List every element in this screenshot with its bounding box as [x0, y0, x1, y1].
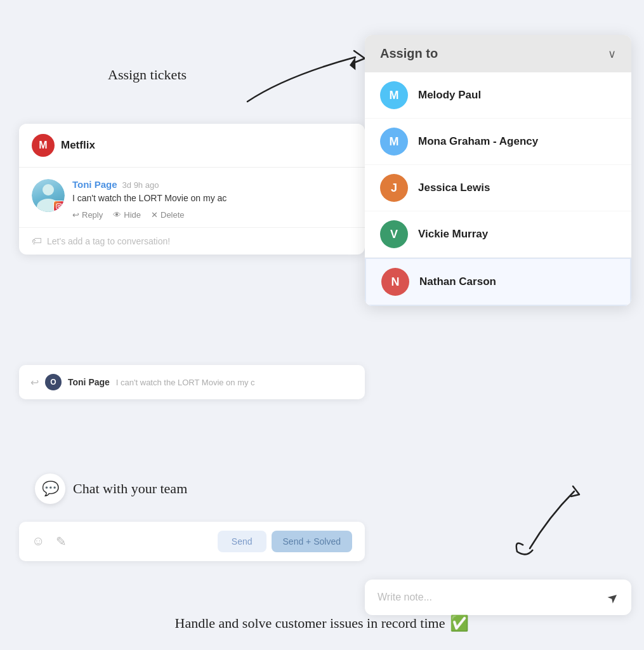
- assign-item-jessica[interactable]: J Jessica Lewis: [365, 165, 631, 211]
- hide-label: Hide: [124, 210, 141, 220]
- reply-arrow-icon: ↩: [30, 376, 39, 388]
- message-area: Toni Page 3d 9h ago I can't watch the LO…: [19, 168, 365, 227]
- assign-item-vickie[interactable]: V Vickie Murray: [365, 211, 631, 258]
- bottom-annotation: Handle and solve customer issues in reco…: [175, 614, 470, 632]
- jessica-name: Jessica Lewis: [418, 182, 490, 194]
- svg-rect-1: [56, 204, 62, 209]
- reply-icon: ↩: [72, 210, 79, 220]
- vickie-name: Vickie Murray: [418, 228, 488, 241]
- company-avatar: M: [32, 134, 55, 157]
- chat-bubble-icon: 💬: [35, 474, 65, 504]
- scene: Assign tickets M Metflix: [0, 0, 644, 650]
- nathan-avatar: N: [381, 268, 409, 296]
- assign-item-melody[interactable]: M Melody Paul: [365, 72, 631, 119]
- mona-name: Mona Graham - Agency: [418, 135, 538, 148]
- reply-preview: I can't watch the LORT Movie on my c: [116, 378, 353, 387]
- melody-avatar: M: [380, 81, 408, 109]
- assign-arrow: [197, 38, 368, 121]
- chat-annotation: Chat with your team: [73, 481, 187, 497]
- assign-list: M Melody Paul M Mona Graham - Agency J J…: [365, 72, 631, 306]
- assign-title: Assign to: [380, 46, 438, 61]
- assign-tickets-annotation: Assign tickets: [108, 67, 187, 83]
- toolbar-icons: ☺ ✎: [32, 534, 218, 549]
- reply-avatar: O: [45, 374, 62, 390]
- assign-item-nathan[interactable]: N Nathan Carson: [365, 258, 631, 306]
- nathan-name: Nathan Carson: [419, 275, 496, 288]
- assign-chevron-icon[interactable]: ∨: [608, 47, 616, 61]
- tag-icon: 🏷: [32, 235, 42, 247]
- message-actions: ↩ Reply 👁 Hide ✕ Delete: [72, 210, 352, 220]
- hide-button[interactable]: 👁 Hide: [113, 210, 141, 220]
- edit-icon[interactable]: ✎: [56, 534, 67, 549]
- delete-label: Delete: [161, 210, 185, 220]
- message-row: Toni Page 3d 9h ago I can't watch the LO…: [32, 179, 352, 220]
- handle-solve-text: Handle and solve customer issues in reco…: [175, 615, 445, 632]
- reply-label: Reply: [82, 210, 103, 220]
- assign-header: Assign to ∨: [365, 35, 631, 72]
- assign-item-mona[interactable]: M Mona Graham - Agency: [365, 119, 631, 165]
- message-time: 3d 9h ago: [122, 180, 159, 190]
- delete-button[interactable]: ✕ Delete: [151, 210, 185, 220]
- user-avatar: [32, 179, 65, 212]
- bottom-toolbar: ☺ ✎ Send Send + Solved: [19, 522, 365, 561]
- svg-marker-0: [348, 57, 358, 71]
- tag-row[interactable]: 🏷 Let's add a tag to conversation!: [19, 227, 365, 255]
- assign-dropdown: Assign to ∨ M Melody Paul M Mona Graham …: [365, 35, 631, 306]
- message-content: Toni Page 3d 9h ago I can't watch the LO…: [72, 179, 352, 220]
- send-button[interactable]: Send: [218, 531, 266, 552]
- note-placeholder[interactable]: Write note...: [378, 592, 601, 603]
- company-initial: M: [39, 140, 47, 151]
- message-text: I can't watch the LORT Movie on my ac: [72, 192, 352, 205]
- instagram-badge: [53, 201, 65, 212]
- svg-point-2: [58, 205, 60, 207]
- note-send-icon[interactable]: ➤: [604, 588, 622, 606]
- delete-icon: ✕: [151, 210, 158, 220]
- note-area: Write note... ➤: [365, 580, 631, 615]
- tag-placeholder: Let's add a tag to conversation!: [47, 236, 170, 246]
- message-meta: Toni Page 3d 9h ago: [72, 179, 352, 190]
- chat-arrow: [466, 479, 593, 561]
- send-solved-button[interactable]: Send + Solved: [272, 531, 352, 552]
- mona-avatar: M: [380, 128, 408, 156]
- chat-panel: M Metflix: [19, 124, 365, 255]
- melody-name: Melody Paul: [418, 89, 481, 102]
- svg-point-3: [60, 204, 61, 205]
- hide-icon: 👁: [113, 210, 121, 220]
- emoji-icon[interactable]: ☺: [32, 534, 44, 549]
- company-name: Metflix: [61, 139, 95, 152]
- chat-annotation-row: 💬 Chat with your team: [35, 474, 187, 504]
- vickie-avatar: V: [380, 220, 408, 248]
- reply-bar: ↩ O Toni Page I can't watch the LORT Mov…: [19, 365, 365, 399]
- reply-author: Toni Page: [68, 377, 110, 387]
- jessica-avatar: J: [380, 174, 408, 202]
- reply-avatar-initial: O: [50, 378, 56, 387]
- chat-header: M Metflix: [19, 124, 365, 168]
- checkmark-emoji: ✅: [450, 614, 469, 632]
- message-author: Toni Page: [72, 179, 117, 190]
- reply-button[interactable]: ↩ Reply: [72, 210, 103, 220]
